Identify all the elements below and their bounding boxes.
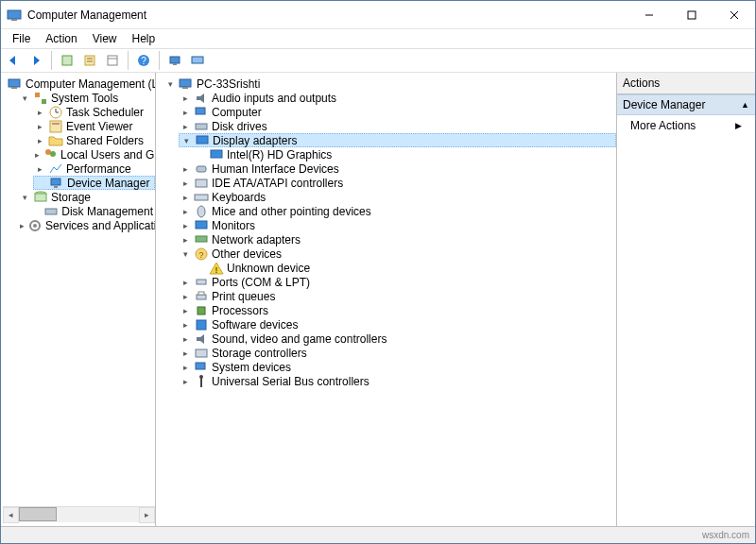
expand-icon[interactable]: ▸ <box>35 163 45 174</box>
scroll-thumb[interactable] <box>19 507 57 521</box>
expand-icon[interactable]: ▸ <box>180 291 191 301</box>
svg-rect-26 <box>50 121 61 132</box>
cat-usb[interactable]: ▸Universal Serial Bus controllers <box>179 374 616 388</box>
menu-file[interactable]: File <box>5 30 38 47</box>
horizontal-scrollbar[interactable]: ◂ ▸ <box>3 506 155 522</box>
tree-disk-management[interactable]: Disk Management <box>33 204 155 218</box>
device-action-button[interactable] <box>187 50 208 71</box>
device-unknown[interactable]: !Unknown device <box>194 261 616 275</box>
cat-display-adapters[interactable]: ▾Display adapters <box>179 133 616 147</box>
export-button[interactable] <box>102 50 123 71</box>
scan-hardware-button[interactable] <box>164 50 185 71</box>
expand-icon[interactable]: ▸ <box>180 220 191 230</box>
svg-rect-60 <box>196 349 207 357</box>
show-hide-tree-button[interactable] <box>57 50 77 71</box>
gpu-icon <box>209 147 224 162</box>
cat-audio[interactable]: ▸Audio inputs and outputs <box>179 91 616 105</box>
back-button[interactable] <box>3 50 24 71</box>
svg-rect-37 <box>180 79 191 87</box>
menu-help[interactable]: Help <box>125 30 163 47</box>
cat-computer[interactable]: ▸Computer <box>179 105 616 119</box>
collapse-icon[interactable]: ▾ <box>20 192 30 202</box>
menu-view[interactable]: View <box>85 30 125 47</box>
network-icon <box>194 232 209 247</box>
close-button[interactable] <box>713 1 755 28</box>
tree-shared-folders[interactable]: ▸Shared Folders <box>33 133 155 147</box>
cat-sound[interactable]: ▸Sound, video and game controllers <box>179 332 616 346</box>
more-actions-link[interactable]: More Actions ▶ <box>617 115 755 136</box>
tree-root[interactable]: Computer Management (Local <box>3 76 155 91</box>
expand-icon[interactable]: ▸ <box>180 305 191 315</box>
maximize-button[interactable] <box>670 1 713 28</box>
actions-section[interactable]: Device Manager ▲ <box>617 94 755 115</box>
cat-other-devices[interactable]: ▾?Other devices <box>179 246 616 261</box>
collapse-icon[interactable]: ▾ <box>181 135 192 145</box>
cat-disk-drives[interactable]: ▸Disk drives <box>179 119 616 133</box>
cat-monitors[interactable]: ▸Monitors <box>179 218 616 232</box>
expand-icon[interactable]: ▸ <box>180 319 191 330</box>
expand-icon[interactable]: ▸ <box>180 362 191 372</box>
expand-icon[interactable]: ▸ <box>180 376 191 386</box>
tree-performance[interactable]: ▸Performance <box>33 162 155 176</box>
device-intel-hd[interactable]: Intel(R) HD Graphics <box>194 147 616 162</box>
scroll-right-button[interactable]: ▸ <box>139 507 155 523</box>
cat-system-devices[interactable]: ▸System devices <box>179 360 616 374</box>
cat-network[interactable]: ▸Network adapters <box>179 232 616 246</box>
scroll-left-button[interactable]: ◂ <box>3 507 19 523</box>
cat-hid[interactable]: ▸Human Interface Devices <box>179 162 616 176</box>
expand-icon[interactable]: ▸ <box>180 192 191 202</box>
tree-services[interactable]: ▸Services and Applications <box>18 218 155 232</box>
tree-task-scheduler[interactable]: ▸Task Scheduler <box>33 105 155 119</box>
cat-mice[interactable]: ▸Mice and other pointing devices <box>179 204 616 218</box>
expand-icon[interactable]: ▸ <box>35 107 45 117</box>
help-button[interactable]: ? <box>133 50 154 71</box>
cat-ports[interactable]: ▸Ports (COM & LPT) <box>179 275 616 289</box>
cat-keyboards[interactable]: ▸Keyboards <box>179 190 616 204</box>
cat-ide[interactable]: ▸IDE ATA/ATAPI controllers <box>179 176 616 190</box>
expand-icon[interactable]: ▸ <box>20 220 25 230</box>
collapse-icon[interactable]: ▾ <box>165 78 176 89</box>
device-root[interactable]: ▾ PC-33Srishti <box>163 76 616 91</box>
svg-rect-18 <box>192 57 203 63</box>
expand-icon[interactable]: ▸ <box>35 135 45 145</box>
expand-icon[interactable]: ▸ <box>35 121 45 131</box>
svg-rect-22 <box>42 99 46 104</box>
svg-point-36 <box>33 224 37 228</box>
menu-action[interactable]: Action <box>38 30 84 47</box>
expand-icon[interactable]: ▸ <box>180 163 191 174</box>
minimize-button[interactable] <box>627 1 670 28</box>
expand-icon[interactable]: ▸ <box>180 93 191 103</box>
other-icon: ? <box>194 246 209 262</box>
expand-icon[interactable]: ▸ <box>180 121 191 131</box>
svg-rect-57 <box>198 307 205 314</box>
cat-print-queues[interactable]: ▸Print queues <box>179 289 616 303</box>
collapse-icon[interactable]: ▲ <box>741 100 749 110</box>
port-icon <box>194 275 209 290</box>
svg-rect-21 <box>35 93 40 97</box>
expand-icon[interactable]: ▸ <box>180 178 191 188</box>
event-icon <box>48 119 63 134</box>
tree-storage[interactable]: ▾ Storage <box>18 190 155 204</box>
tree-event-viewer[interactable]: ▸Event Viewer <box>33 119 155 133</box>
svg-rect-45 <box>196 179 207 187</box>
forward-button[interactable] <box>26 50 46 71</box>
expand-icon[interactable]: ▸ <box>180 206 191 216</box>
mouse-icon <box>194 204 209 219</box>
tree-system-tools[interactable]: ▾ System Tools <box>18 91 155 105</box>
expand-icon[interactable]: ▸ <box>35 149 40 160</box>
cat-storage-controllers[interactable]: ▸Storage controllers <box>179 346 616 360</box>
svg-rect-12 <box>108 56 117 65</box>
window-controls <box>627 1 755 28</box>
expand-icon[interactable]: ▸ <box>180 348 191 358</box>
expand-icon[interactable]: ▸ <box>180 234 191 245</box>
expand-icon[interactable]: ▸ <box>180 107 191 117</box>
expand-icon[interactable]: ▸ <box>180 277 191 287</box>
collapse-icon[interactable]: ▾ <box>20 93 30 103</box>
cat-software-devices[interactable]: ▸Software devices <box>179 317 616 332</box>
expand-icon[interactable]: ▸ <box>180 333 191 344</box>
tree-local-users[interactable]: ▸Local Users and Groups <box>33 147 155 162</box>
properties-button[interactable] <box>79 50 100 71</box>
cat-processors[interactable]: ▸Processors <box>179 303 616 317</box>
tree-device-manager[interactable]: Device Manager <box>33 176 155 190</box>
collapse-icon[interactable]: ▾ <box>180 248 191 259</box>
